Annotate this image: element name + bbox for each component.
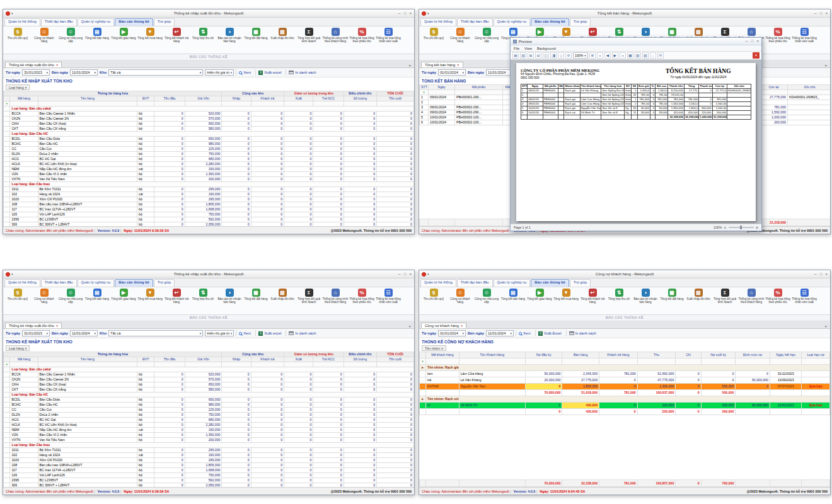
menu-tab[interactable]: Trợ giúp [570, 18, 591, 26]
filter-add-icon[interactable] [4, 362, 10, 367]
group-by-button[interactable]: Tên nhóm [422, 345, 446, 351]
ribbon-item[interactable]: $Thu chi tiền quỹ [4, 289, 31, 301]
filter-add-icon[interactable] [420, 90, 429, 95]
minimize-button[interactable] [746, 38, 748, 45]
close-button[interactable] [409, 10, 412, 17]
to-date-input[interactable]: 11/01/2024 [70, 330, 98, 336]
column-header[interactable]: Tồn cuối [377, 357, 414, 362]
column-header[interactable]: Tên hàng [38, 357, 137, 362]
table-row[interactable]: 126Vòi LAP Lanh126bộ0750,000000000 [4, 212, 414, 217]
print-list-button[interactable]: In danh sách [566, 330, 599, 336]
ribbon-item[interactable]: ▼Tổng kết mua hàng [137, 289, 163, 301]
ribbon-item[interactable]: ◑Báo cáo lợi nhuận bán hàng [216, 28, 243, 43]
table-row[interactable]: 1020Xổm Chỉ P1020bộ0295,000000000 [4, 197, 414, 202]
filter-cell[interactable] [251, 362, 284, 367]
column-header[interactable]: Nợ cuối kỳ [701, 352, 736, 358]
ribbon-item[interactable]: ↩Tổng kết khách trả hàng [163, 289, 190, 304]
menu-tab[interactable]: Quản lý nghiệp vụ [494, 18, 531, 26]
tabbar-close-icon[interactable] [408, 324, 412, 328]
group-by-button[interactable]: Loại hàng [6, 84, 30, 90]
document-tab[interactable]: Thống kê nhập xuất tồn kho [5, 62, 62, 67]
warehouse-select[interactable]: Tất cả [108, 330, 203, 336]
ribbon-item[interactable]: ☺Công nợ khách hàng [31, 289, 57, 304]
ribbon-item[interactable]: ☺Công nợ khách hàng [447, 289, 473, 304]
filter-cell[interactable] [377, 362, 414, 367]
print-list-button[interactable]: In danh sách [286, 69, 318, 76]
filter-cell[interactable] [137, 101, 154, 106]
tab-close-icon[interactable] [457, 63, 459, 67]
table-row[interactable]: lamLâm Cửa Hàng50,000,0002,343,000781,00… [420, 371, 830, 377]
ribbon-item[interactable]: ▦Tổng kết đặt hàng [659, 289, 685, 301]
close-button[interactable] [409, 271, 412, 278]
ribbon-item[interactable]: ⌂Thống kê công trình theo khách hàng [322, 28, 349, 43]
table-row[interactable]: CKHBàn Cầu CK (hoa)bộ0650,000000000 [4, 382, 414, 387]
display-value-select[interactable]: Hiển thị giá trị [205, 330, 234, 336]
document-tab[interactable]: Công nợ khách hàng [421, 323, 466, 328]
export-excel-button[interactable]: Xuất excel [255, 69, 284, 76]
ribbon-item[interactable]: ◑Báo cáo lợi nhuận bán hàng [632, 289, 659, 304]
group-row[interactable]: Loại hàng: Bàn cầu cakal [4, 367, 414, 372]
filter-cell[interactable] [185, 101, 222, 106]
group-row[interactable]: ▸Tên nhóm: Rạch sói [420, 396, 830, 403]
column-header[interactable]: Khách trả [251, 96, 284, 101]
print-list-button[interactable]: In danh sách [286, 330, 318, 336]
table-row[interactable]: CKTBàn Cầu CK trắngbộ0580,000000000 [4, 127, 414, 132]
title-bar[interactable]: Tổng kết bán hàng - Mekongsoft [419, 9, 830, 18]
minimize-button[interactable] [814, 10, 817, 17]
export-icon[interactable]: ↓ [650, 52, 656, 59]
ribbon-item[interactable]: ⌂Thống kê công trình theo khách hàng [738, 289, 765, 304]
column-header[interactable]: Nhập [222, 357, 251, 362]
menu-tab[interactable]: Quản trị hệ thống [4, 18, 40, 26]
table-row[interactable]: 117BC Inax 117VA +L282VTbộ01,668,0000000… [4, 468, 414, 473]
filter-cell[interactable] [562, 358, 599, 365]
ribbon-item[interactable]: ☺Công nợ nhà cung cấp [57, 28, 84, 43]
menu-tab[interactable]: Quản lý nghiệp vụ [494, 279, 531, 287]
ribbon-item[interactable]: %Thống kê hoa hồng theo phiếu thu [765, 289, 791, 304]
export-excel-button[interactable]: Xuất excel [255, 330, 284, 336]
maximize-button[interactable] [751, 38, 754, 45]
ribbon-item[interactable]: ▼Tổng kết mua hàng [137, 28, 163, 40]
next-page-icon[interactable]: ▶ [612, 52, 618, 59]
table-row[interactable]: CK2NBàn Cầu Caesar 2Nbộ0570,000000000 [4, 377, 414, 382]
ribbon-item[interactable]: ⇅Tổng hợp thu chi [190, 289, 216, 301]
tabbar-close-icon[interactable] [824, 324, 828, 328]
ribbon-item[interactable]: %Thống kê hoa hồng theo phiếu thu [765, 28, 791, 43]
column-header[interactable]: Số lượng [344, 96, 376, 101]
menu-tab[interactable]: Thiết lập ban đầu [457, 279, 493, 287]
table-row[interactable]: BCCKBàn Cầu Caesar 1 Nhấnbộ0520,00000000… [4, 372, 414, 377]
column-header[interactable]: Trả NCC [313, 96, 344, 101]
ribbon-item[interactable]: ΣTổng hợp kết quả kinh doanh [712, 289, 738, 304]
from-date-input[interactable]: 31/01/2023 [22, 69, 50, 76]
page-color-icon[interactable]: ▨ [635, 52, 641, 59]
table-row[interactable]: 1020Xổm Chỉ P1020bộ0295,000000000 [4, 458, 414, 463]
zoom-out-icon[interactable] [724, 226, 726, 229]
table-row[interactable]: HCLKBC HC Liền Khối (In Hoa)bộ02,280,000… [4, 423, 414, 428]
ribbon-item[interactable]: $Thu chi tiền quỹ [420, 289, 447, 301]
filter-cell[interactable] [284, 101, 313, 106]
tab-close-icon[interactable] [461, 324, 463, 328]
quick-print-icon[interactable]: ⊟ [535, 52, 541, 59]
close-button[interactable] [756, 38, 759, 45]
ribbon-item[interactable]: ☷Thống kê hoa hồng nhân viên suất [791, 28, 818, 43]
filter-cell[interactable] [38, 362, 137, 367]
column-header[interactable]: Nợ đầu kỳ [525, 352, 562, 358]
preview-menu-item[interactable]: View [524, 47, 532, 50]
from-date-input[interactable]: 01/01/2024 [438, 69, 466, 76]
group-row[interactable]: Loại hàng: Bàn Cầu Inax [4, 182, 414, 187]
menu-tab[interactable]: Quản lý nghiệp vụ [78, 18, 115, 26]
table-row[interactable]: CKHBàn Cầu CK (hoa)bộ0650,000000000 [4, 122, 414, 127]
ribbon-item[interactable]: ▶Tổng kết giao hàng [526, 289, 553, 301]
filter-cell[interactable] [222, 362, 251, 367]
filter-cell[interactable] [676, 358, 701, 365]
column-header[interactable]: Xuất [284, 96, 313, 101]
ribbon-item[interactable]: ▦Tổng kết đặt hàng [243, 289, 269, 301]
ribbon-item[interactable]: ▼Tổng kết mua hàng [553, 289, 579, 301]
from-date-input[interactable]: 01/01/2024 [438, 330, 466, 336]
filter-cell[interactable] [154, 362, 185, 367]
hand-tool-icon[interactable]: ◇ [558, 52, 564, 59]
column-header[interactable]: Giá Vốn [185, 357, 222, 362]
column-header[interactable]: Tồn đầu [154, 357, 185, 362]
column-header[interactable]: ĐVT [137, 357, 154, 362]
tabbar-close-icon[interactable] [408, 64, 412, 67]
table-row[interactable]: 102Hàng xả 102Acái0190,000000000 [4, 192, 414, 197]
